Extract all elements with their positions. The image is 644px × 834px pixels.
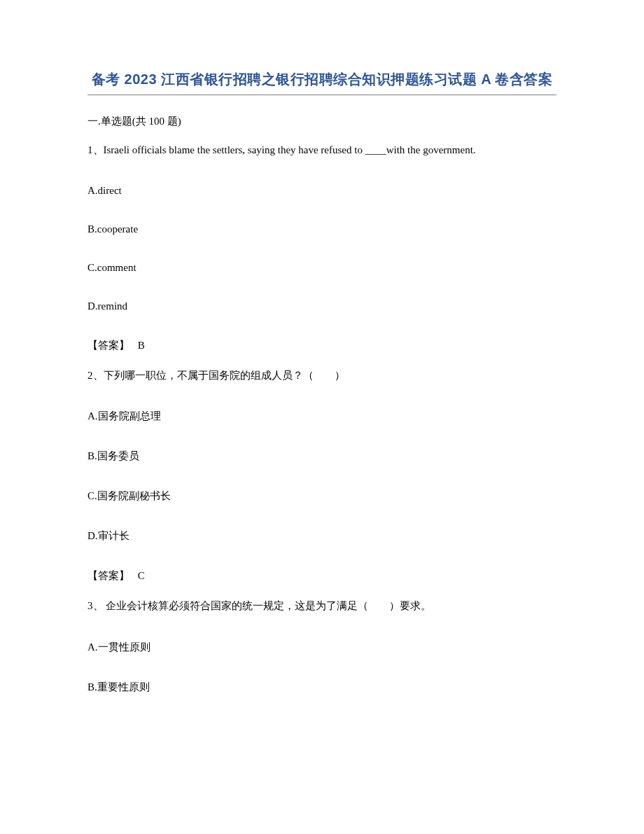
- question-text: 下列哪一职位，不属于国务院的组成人员？（ ）: [104, 370, 345, 381]
- answer-label: 【答案】: [88, 340, 130, 351]
- option-d: D.remind: [88, 300, 556, 312]
- page-title: 备考 2023 江西省银行招聘之银行招聘综合知识押题练习试题 A 卷含答案: [88, 70, 556, 89]
- option-b: B.国务委员: [88, 450, 556, 463]
- option-c: C.国务院副秘书长: [88, 489, 556, 503]
- answer-2: 【答案】 C: [88, 569, 556, 583]
- answer-value: C: [138, 570, 145, 581]
- answer-1: 【答案】 B: [88, 339, 556, 352]
- option-c: C.comment: [88, 262, 556, 274]
- answer-label: 【答案】: [88, 570, 130, 581]
- question-1: 1、Israeli officials blame the settlers, …: [88, 142, 556, 158]
- title-underline: [88, 95, 556, 95]
- question-text: Israeli officials blame the settlers, sa…: [104, 144, 476, 155]
- question-number: 3、: [88, 600, 104, 611]
- option-a: A.direct: [88, 185, 556, 197]
- option-a: A.国务院副总理: [88, 410, 556, 423]
- question-2: 2、下列哪一职位，不属于国务院的组成人员？（ ）: [88, 368, 556, 384]
- section-header: 一.单选题(共 100 题): [88, 115, 556, 128]
- option-b: B.重要性原则: [88, 681, 556, 694]
- question-text: 企业会计核算必须符合国家的统一规定，这是为了满足（ ）要求。: [104, 600, 432, 611]
- option-b: B.cooperate: [88, 223, 556, 235]
- option-d: D.审计长: [88, 529, 556, 543]
- option-a: A.一贯性原则: [88, 641, 556, 654]
- question-number: 1、: [88, 144, 104, 155]
- question-number: 2、: [88, 370, 104, 381]
- answer-value: B: [138, 340, 145, 351]
- question-3: 3、 企业会计核算必须符合国家的统一规定，这是为了满足（ ）要求。: [88, 598, 556, 614]
